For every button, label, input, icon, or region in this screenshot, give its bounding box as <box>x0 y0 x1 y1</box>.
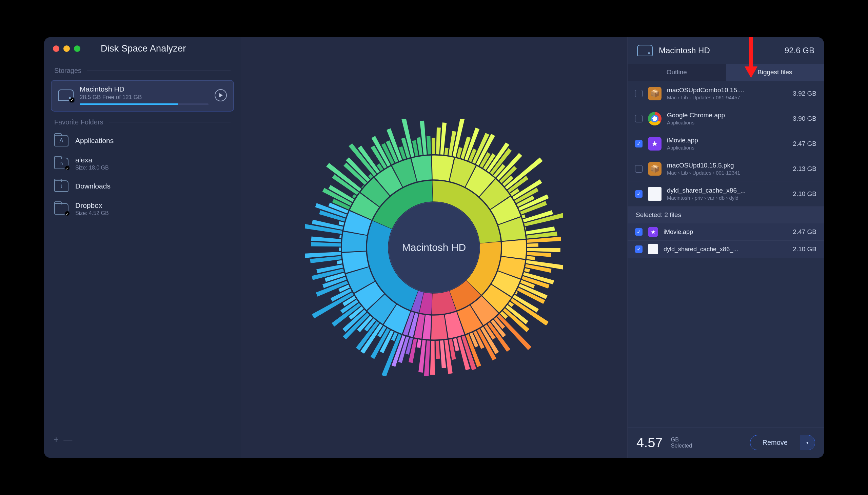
sidebar-footer: + — <box>44 428 241 451</box>
file-row[interactable]: 📦macOSUpdCombo10.15....Mac › Lib › Updat… <box>628 81 824 106</box>
sidebar: Disk Space Analyzer Storages Macintosh H… <box>44 37 241 458</box>
file-name: dyld_shared_cache_x86_... <box>664 246 787 253</box>
selected-list: ✓★iMovie.app2.47 GB✓dyld_shared_cache_x8… <box>628 223 824 258</box>
sunburst-chart[interactable]: Macintosh HD <box>305 119 563 376</box>
app-title: Disk Space Analyzer <box>101 44 186 54</box>
file-size: 3.90 GB <box>793 115 816 122</box>
file-size: 2.10 GB <box>793 245 816 253</box>
storage-subtext: 28.5 GB Free of 121 GB <box>80 94 208 101</box>
file-name: Google Chrome.app <box>667 112 787 119</box>
panel-footer: 4.57 GB Selected Remove ▾ <box>628 427 824 458</box>
favorite-item-downloads[interactable]: ↓Downloads <box>44 176 241 197</box>
file-row[interactable]: 📦macOSUpd10.15.5.pkgMac › Lib › Updates … <box>628 156 824 182</box>
total-size-value: 4.57 <box>636 435 663 450</box>
panel-header: Macintosh HD 92.6 GB <box>628 37 824 64</box>
panel-title: Macintosh HD <box>659 46 779 55</box>
tab-biggest-files[interactable]: Biggest files <box>726 64 824 81</box>
file-checkbox[interactable]: ✓ <box>635 228 643 236</box>
file-row[interactable]: ✓dyld_shared_cache_x86_...Macintosh › pr… <box>628 182 824 206</box>
tab-outline[interactable]: Outline <box>628 64 726 81</box>
file-text: macOSUpdCombo10.15....Mac › Lib › Update… <box>667 86 787 100</box>
file-checkbox[interactable]: ✓ <box>635 140 643 148</box>
file-path: Mac › Lib › Updates › 061-94457 <box>667 95 787 100</box>
checkmark-badge-icon: ✓ <box>64 165 70 171</box>
file-checkbox[interactable] <box>635 115 643 122</box>
document-icon <box>648 244 658 254</box>
file-text: dyld_shared_cache_x86_...Macintosh › pri… <box>667 187 787 201</box>
divider <box>109 122 231 122</box>
details-panel: Macintosh HD 92.6 GB Outline Biggest fil… <box>627 37 824 458</box>
file-size: 2.13 GB <box>793 165 816 173</box>
favorite-text: Downloads <box>75 182 110 190</box>
storage-name: Macintosh HD <box>80 85 208 93</box>
file-name: iMovie.app <box>664 228 787 236</box>
favorite-label: Applications <box>75 137 114 145</box>
close-window-button[interactable] <box>53 46 59 52</box>
file-checkbox[interactable] <box>635 165 643 173</box>
favorite-item-alexa[interactable]: ⌂✓alexaSize: 18.0 GB <box>44 151 241 176</box>
favorite-item-dropbox[interactable]: ✓DropboxSize: 4.52 GB <box>44 197 241 221</box>
favorite-text: Applications <box>75 137 114 145</box>
panel-tabs: Outline Biggest files <box>628 64 824 81</box>
disk-icon <box>637 45 653 56</box>
selected-row[interactable]: ✓dyld_shared_cache_x86_...2.10 GB <box>628 241 824 258</box>
file-path: Mac › Lib › Updates › 001-12341 <box>667 170 787 176</box>
favorites-list: AApplications⌂✓alexaSize: 18.0 GB↓Downlo… <box>44 130 241 221</box>
folder-icon: ↓ <box>54 181 68 192</box>
remove-favorite-button[interactable]: — <box>63 434 72 445</box>
remove-button-dropdown[interactable]: ▾ <box>800 435 815 450</box>
file-path: Applications <box>667 120 787 125</box>
file-text: macOSUpd10.15.5.pkgMac › Lib › Updates ›… <box>667 162 787 176</box>
favorite-subtext: Size: 18.0 GB <box>75 165 109 171</box>
document-icon <box>648 187 662 201</box>
file-name: dyld_shared_cache_x86_... <box>667 187 787 194</box>
file-path: Macintosh › priv › var › db › dyld <box>667 195 787 201</box>
favorite-subtext: Size: 4.52 GB <box>75 210 109 216</box>
add-favorite-button[interactable]: + <box>54 434 59 445</box>
file-checkbox[interactable]: ✓ <box>635 245 643 253</box>
file-size: 2.47 GB <box>793 228 816 236</box>
file-text: Google Chrome.appApplications <box>667 112 787 125</box>
selected-row[interactable]: ✓★iMovie.app2.47 GB <box>628 223 824 241</box>
remove-button-label: Remove <box>750 435 800 450</box>
favorite-label: alexa <box>75 156 109 164</box>
favorite-text: alexaSize: 18.0 GB <box>75 156 109 171</box>
favorites-caption-text: Favorite Folders <box>54 118 103 126</box>
remove-button[interactable]: Remove ▾ <box>750 435 815 450</box>
zoom-window-button[interactable] <box>74 46 80 52</box>
file-checkbox[interactable] <box>635 90 643 97</box>
chart-center-label: Macintosh HD <box>305 119 563 376</box>
storages-caption-text: Storages <box>54 67 81 74</box>
window-controls <box>53 46 80 52</box>
minimize-window-button[interactable] <box>63 46 70 52</box>
total-size-unit: GB Selected <box>671 437 692 449</box>
favorite-label: Dropbox <box>75 201 109 209</box>
titlebar: Disk Space Analyzer <box>44 44 241 62</box>
file-row[interactable]: Google Chrome.appApplications3.90 GB <box>628 106 824 131</box>
storage-info: Macintosh HD 28.5 GB Free of 121 GB <box>80 85 208 105</box>
imovie-icon: ★ <box>648 227 658 237</box>
disk-icon <box>58 89 73 101</box>
file-name: iMovie.app <box>667 137 787 144</box>
file-size: 3.92 GB <box>793 90 816 97</box>
package-icon: 📦 <box>648 87 662 100</box>
favorite-label: Downloads <box>75 182 110 190</box>
file-row[interactable]: ✓★iMovie.appApplications2.47 GB <box>628 131 824 156</box>
panel-size: 92.6 GB <box>785 46 814 55</box>
scan-button[interactable] <box>215 89 227 101</box>
checkmark-badge-icon: ✓ <box>64 210 70 216</box>
app-window: Disk Space Analyzer Storages Macintosh H… <box>44 37 824 458</box>
chart-area: Macintosh HD <box>241 37 627 458</box>
folder-icon: ✓ <box>54 203 68 215</box>
package-icon: 📦 <box>648 162 662 176</box>
folder-icon: A <box>54 135 68 147</box>
imovie-icon: ★ <box>648 137 662 151</box>
storage-card-macintosh-hd[interactable]: Macintosh HD 28.5 GB Free of 121 GB <box>51 80 234 112</box>
divider <box>87 70 231 71</box>
file-path: Applications <box>667 145 787 151</box>
favorite-item-applications[interactable]: AApplications <box>44 130 241 151</box>
chrome-icon <box>648 112 662 125</box>
file-checkbox[interactable]: ✓ <box>635 190 643 198</box>
file-size: 2.47 GB <box>793 140 816 148</box>
total-caption-text: Selected <box>671 443 692 449</box>
